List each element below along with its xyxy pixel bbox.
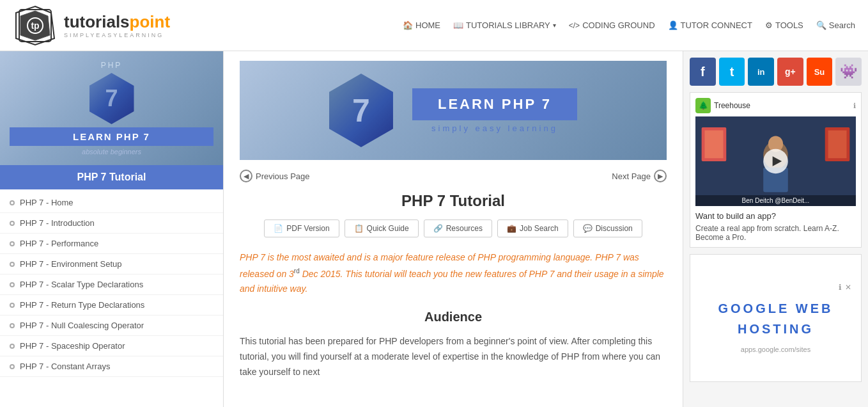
content-banner: 7 LEARN PHP 7 simply easy learning bbox=[240, 61, 667, 160]
sidebar-item-intro[interactable]: PHP 7 - Introduction bbox=[0, 213, 223, 234]
googleplus-button[interactable]: g+ bbox=[777, 58, 803, 86]
sidebar-item-const-label: PHP 7 - Constant Arrays bbox=[20, 362, 110, 371]
nav-search[interactable]: 🔍 Search bbox=[816, 20, 855, 30]
sidebar-item-env[interactable]: PHP 7 - Environment Setup bbox=[0, 254, 223, 275]
video-thumbnail[interactable]: Ben Deitch @BenDeit... bbox=[695, 116, 856, 206]
quick-icon: 📋 bbox=[354, 224, 364, 233]
content-learn-box: LEARN PHP 7 simply easy learning bbox=[412, 88, 577, 133]
sidebar-item-spaceship[interactable]: PHP 7 - Spaceship Operator bbox=[0, 336, 223, 356]
next-page-label: Next Page bbox=[612, 172, 651, 181]
sidebar-learn-php: LEARN PHP 7 bbox=[10, 127, 213, 146]
ad-info-button[interactable]: ℹ bbox=[839, 283, 842, 292]
nav-tools[interactable]: ⚙ TOOLS bbox=[765, 20, 803, 30]
action-buttons: 📄 PDF Version 📋 Quick Guide 🔗 Resources … bbox=[240, 219, 667, 237]
svg-rect-7 bbox=[704, 131, 723, 158]
resources-label: Resources bbox=[446, 224, 483, 233]
svg-text:tp: tp bbox=[31, 20, 39, 31]
nav-tutorials-label: TUTORIALS LIBRARY bbox=[466, 20, 550, 30]
page-title: PHP 7 Tutorial bbox=[240, 192, 667, 210]
logo-text-tutorials: tutorials bbox=[64, 12, 130, 31]
ad-info-icon[interactable]: ℹ bbox=[853, 102, 856, 110]
sidebar-item-return[interactable]: PHP 7 - Return Type Declarations bbox=[0, 295, 223, 315]
bullet-icon bbox=[10, 200, 15, 205]
bullet-icon bbox=[10, 221, 15, 226]
resources-icon: 🔗 bbox=[433, 224, 443, 233]
next-arrow-icon: ▶ bbox=[654, 170, 667, 182]
content-intro-text: PHP 7 is the most awaited and is a major… bbox=[240, 250, 667, 297]
ad-box: 🌲 Treehouse ℹ bbox=[690, 92, 862, 248]
nav: 🏠 HOME 📖 TUTORIALS LIBRARY ▾ </> CODING … bbox=[403, 20, 855, 30]
logo-icon: tp bbox=[13, 3, 58, 48]
next-page-button[interactable]: Next Page ▶ bbox=[612, 170, 667, 182]
quick-guide-button[interactable]: 📋 Quick Guide bbox=[345, 219, 419, 237]
job-icon: 💼 bbox=[507, 224, 516, 233]
video-person-info: Ben Deitch @BenDeit... bbox=[695, 195, 856, 206]
nav-coding[interactable]: </> CODING GROUND bbox=[569, 20, 655, 30]
sidebar-item-const[interactable]: PHP 7 - Constant Arrays bbox=[0, 356, 223, 377]
ad-title: Want to build an app? bbox=[695, 206, 856, 224]
bullet-icon bbox=[10, 262, 15, 267]
bullet-icon bbox=[10, 323, 15, 328]
sidebar-item-perf[interactable]: PHP 7 - Performance bbox=[0, 234, 223, 254]
reddit-button[interactable]: 👾 bbox=[835, 58, 862, 86]
intro-sup: rd bbox=[294, 267, 300, 275]
job-label: Job Search bbox=[520, 224, 559, 233]
resources-button[interactable]: 🔗 Resources bbox=[424, 219, 492, 237]
treehouse-logo: 🌲 bbox=[695, 98, 711, 113]
main-layout: PHP 7 LEARN PHP 7 absolute beginners PHP… bbox=[0, 51, 868, 407]
sidebar-item-null-label: PHP 7 - Null Coalescing Operator bbox=[20, 321, 144, 330]
nav-buttons: ◀ Previous Page Next Page ▶ bbox=[240, 170, 667, 182]
ad-header: 🌲 Treehouse ℹ bbox=[695, 98, 856, 113]
content-subtitle: simply easy learning bbox=[412, 124, 577, 133]
logo-area: tp tutorialspoint SIMPLYEASYLEARNING bbox=[13, 3, 170, 48]
linkedin-button[interactable]: in bbox=[748, 58, 774, 86]
google-ad-header: ℹ ✕ bbox=[700, 283, 851, 292]
bullet-icon bbox=[10, 303, 15, 308]
sidebar-item-intro-label: PHP 7 - Introduction bbox=[20, 218, 95, 228]
ad-close-button[interactable]: ✕ bbox=[845, 283, 851, 292]
treehouse-label: Treehouse bbox=[714, 101, 750, 110]
sidebar: PHP 7 LEARN PHP 7 absolute beginners PHP… bbox=[0, 51, 224, 407]
search-icon: 🔍 bbox=[816, 20, 826, 30]
logo-text-point: point bbox=[130, 12, 171, 31]
ad-subtext: Create a real app from scratch. Learn A-… bbox=[695, 224, 856, 242]
prev-page-label: Previous Page bbox=[256, 172, 310, 181]
audience-title: Audience bbox=[240, 310, 667, 324]
sidebar-item-null[interactable]: PHP 7 - Null Coalescing Operator bbox=[0, 315, 223, 336]
stumbleupon-button[interactable]: Su bbox=[807, 58, 833, 86]
sidebar-item-env-label: PHP 7 - Environment Setup bbox=[20, 259, 121, 269]
home-icon: 🏠 bbox=[403, 20, 413, 30]
discussion-button[interactable]: 💬 Discussion bbox=[573, 219, 642, 237]
nav-home[interactable]: 🏠 HOME bbox=[403, 20, 440, 30]
quick-label: Quick Guide bbox=[367, 224, 409, 233]
nav-home-label: HOME bbox=[415, 20, 440, 30]
pdf-icon: 📄 bbox=[274, 224, 283, 233]
content-php-badge: 7 bbox=[329, 74, 393, 147]
tutorials-icon: 📖 bbox=[453, 20, 463, 30]
sidebar-item-home-label: PHP 7 - Home bbox=[20, 198, 74, 207]
nav-search-label: Search bbox=[829, 20, 855, 30]
sidebar-title: PHP 7 Tutorial bbox=[0, 165, 223, 189]
prev-page-button[interactable]: ◀ Previous Page bbox=[240, 170, 310, 182]
pdf-version-button[interactable]: 📄 PDF Version bbox=[264, 219, 339, 237]
bullet-icon bbox=[10, 364, 15, 369]
right-panel: f t in g+ Su 👾 🌲 Treehouse ℹ bbox=[683, 51, 868, 407]
person-name: Ben Deitch bbox=[742, 197, 773, 204]
nav-tutorials[interactable]: 📖 TUTORIALS LIBRARY ▾ bbox=[453, 20, 556, 30]
nav-tutor-label: TUTOR CONNECT bbox=[681, 20, 752, 30]
sidebar-item-scalar[interactable]: PHP 7 - Scalar Type Declarations bbox=[0, 275, 223, 295]
sidebar-php-label: PHP bbox=[10, 61, 213, 70]
social-icons: f t in g+ Su 👾 bbox=[690, 58, 862, 86]
facebook-button[interactable]: f bbox=[690, 58, 716, 86]
job-search-button[interactable]: 💼 Job Search bbox=[497, 219, 568, 237]
sidebar-item-home[interactable]: PHP 7 - Home bbox=[0, 193, 223, 213]
chevron-down-icon: ▾ bbox=[553, 22, 556, 29]
sidebar-item-scalar-label: PHP 7 - Scalar Type Declarations bbox=[20, 280, 143, 289]
nav-tutor[interactable]: 👤 TUTOR CONNECT bbox=[668, 20, 752, 30]
audience-text: This tutorial has been prepared for PHP … bbox=[240, 334, 667, 379]
discussion-label: Discussion bbox=[596, 224, 633, 233]
twitter-button[interactable]: t bbox=[719, 58, 745, 86]
discussion-icon: 💬 bbox=[583, 224, 593, 233]
bullet-icon bbox=[10, 344, 15, 349]
bullet-icon bbox=[10, 282, 15, 287]
